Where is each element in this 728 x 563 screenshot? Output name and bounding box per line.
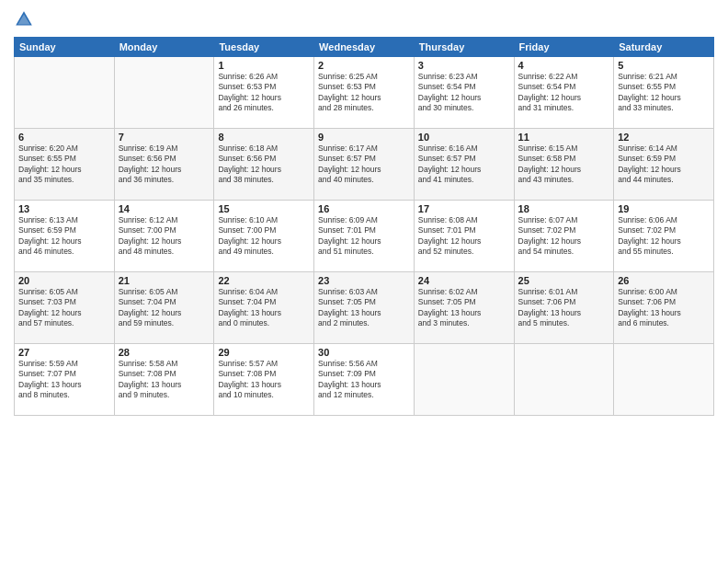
logo xyxy=(14,9,38,29)
day-info: Sunrise: 6:01 AM Sunset: 7:06 PM Dayligh… xyxy=(518,287,610,329)
day-number: 7 xyxy=(119,132,210,143)
day-info: Sunrise: 6:20 AM Sunset: 6:55 PM Dayligh… xyxy=(18,144,110,186)
calendar-cell: 12Sunrise: 6:14 AM Sunset: 6:59 PM Dayli… xyxy=(614,129,714,201)
calendar-week-row: 20Sunrise: 6:05 AM Sunset: 7:03 PM Dayli… xyxy=(15,272,714,344)
calendar-cell: 2Sunrise: 6:25 AM Sunset: 6:53 PM Daylig… xyxy=(314,57,415,129)
calendar-cell: 6Sunrise: 6:20 AM Sunset: 6:55 PM Daylig… xyxy=(15,129,115,201)
calendar-cell xyxy=(414,344,514,416)
day-number: 2 xyxy=(318,60,410,71)
day-info: Sunrise: 6:15 AM Sunset: 6:58 PM Dayligh… xyxy=(518,144,610,186)
weekday-header-friday: Friday xyxy=(514,38,614,57)
day-number: 17 xyxy=(418,203,510,214)
calendar-week-row: 27Sunrise: 5:59 AM Sunset: 7:07 PM Dayli… xyxy=(15,344,714,416)
day-info: Sunrise: 5:58 AM Sunset: 7:08 PM Dayligh… xyxy=(119,359,210,401)
day-number: 28 xyxy=(119,347,210,358)
calendar-cell: 4Sunrise: 6:22 AM Sunset: 6:54 PM Daylig… xyxy=(514,57,614,129)
day-number: 5 xyxy=(618,60,710,71)
calendar-cell: 22Sunrise: 6:04 AM Sunset: 7:04 PM Dayli… xyxy=(214,272,314,344)
day-number: 25 xyxy=(518,275,610,286)
day-number: 27 xyxy=(18,347,110,358)
day-info: Sunrise: 5:57 AM Sunset: 7:08 PM Dayligh… xyxy=(218,359,310,401)
calendar-cell: 8Sunrise: 6:18 AM Sunset: 6:56 PM Daylig… xyxy=(214,129,314,201)
day-info: Sunrise: 6:05 AM Sunset: 7:04 PM Dayligh… xyxy=(119,287,210,329)
calendar-cell: 30Sunrise: 5:56 AM Sunset: 7:09 PM Dayli… xyxy=(314,344,415,416)
calendar-cell xyxy=(114,57,214,129)
weekday-header-wednesday: Wednesday xyxy=(314,38,415,57)
calendar-cell: 25Sunrise: 6:01 AM Sunset: 7:06 PM Dayli… xyxy=(514,272,614,344)
weekday-header-saturday: Saturday xyxy=(614,38,714,57)
page: SundayMondayTuesdayWednesdayThursdayFrid… xyxy=(0,0,728,563)
day-info: Sunrise: 6:13 AM Sunset: 6:59 PM Dayligh… xyxy=(18,215,110,258)
day-number: 9 xyxy=(318,132,410,143)
day-info: Sunrise: 6:00 AM Sunset: 7:06 PM Dayligh… xyxy=(618,287,710,329)
calendar-cell: 21Sunrise: 6:05 AM Sunset: 7:04 PM Dayli… xyxy=(114,272,214,344)
day-info: Sunrise: 6:25 AM Sunset: 6:53 PM Dayligh… xyxy=(318,72,410,114)
header xyxy=(14,9,714,29)
day-number: 11 xyxy=(518,132,610,143)
day-number: 29 xyxy=(218,347,310,358)
calendar-week-row: 13Sunrise: 6:13 AM Sunset: 6:59 PM Dayli… xyxy=(15,201,714,272)
calendar: SundayMondayTuesdayWednesdayThursdayFrid… xyxy=(14,37,714,416)
calendar-cell: 28Sunrise: 5:58 AM Sunset: 7:08 PM Dayli… xyxy=(114,344,214,416)
calendar-cell: 5Sunrise: 6:21 AM Sunset: 6:55 PM Daylig… xyxy=(614,57,714,129)
day-number: 22 xyxy=(218,275,310,286)
day-info: Sunrise: 6:07 AM Sunset: 7:02 PM Dayligh… xyxy=(518,215,610,258)
calendar-cell: 7Sunrise: 6:19 AM Sunset: 6:56 PM Daylig… xyxy=(114,129,214,201)
calendar-cell: 24Sunrise: 6:02 AM Sunset: 7:05 PM Dayli… xyxy=(414,272,514,344)
day-number: 24 xyxy=(418,275,510,286)
day-number: 13 xyxy=(18,203,110,214)
calendar-cell: 14Sunrise: 6:12 AM Sunset: 7:00 PM Dayli… xyxy=(114,201,214,272)
day-info: Sunrise: 6:04 AM Sunset: 7:04 PM Dayligh… xyxy=(218,287,310,329)
day-number: 30 xyxy=(318,347,410,358)
day-number: 26 xyxy=(618,275,710,286)
calendar-cell xyxy=(15,57,115,129)
day-number: 14 xyxy=(119,203,210,214)
weekday-header-sunday: Sunday xyxy=(15,38,115,57)
day-info: Sunrise: 6:21 AM Sunset: 6:55 PM Dayligh… xyxy=(618,72,710,114)
calendar-cell xyxy=(614,344,714,416)
day-number: 8 xyxy=(218,132,310,143)
weekday-header-tuesday: Tuesday xyxy=(214,38,314,57)
day-number: 3 xyxy=(418,60,510,71)
calendar-week-row: 1Sunrise: 6:26 AM Sunset: 6:53 PM Daylig… xyxy=(15,57,714,129)
day-info: Sunrise: 6:18 AM Sunset: 6:56 PM Dayligh… xyxy=(218,144,310,186)
calendar-cell: 13Sunrise: 6:13 AM Sunset: 6:59 PM Dayli… xyxy=(15,201,115,272)
calendar-cell: 11Sunrise: 6:15 AM Sunset: 6:58 PM Dayli… xyxy=(514,129,614,201)
day-info: Sunrise: 6:03 AM Sunset: 7:05 PM Dayligh… xyxy=(318,287,410,329)
day-number: 18 xyxy=(518,203,610,214)
day-number: 12 xyxy=(618,132,710,143)
calendar-cell xyxy=(514,344,614,416)
day-info: Sunrise: 6:23 AM Sunset: 6:54 PM Dayligh… xyxy=(418,72,510,114)
calendar-cell: 16Sunrise: 6:09 AM Sunset: 7:01 PM Dayli… xyxy=(314,201,415,272)
weekday-header-monday: Monday xyxy=(114,38,214,57)
day-info: Sunrise: 6:22 AM Sunset: 6:54 PM Dayligh… xyxy=(518,72,610,114)
day-info: Sunrise: 6:10 AM Sunset: 7:00 PM Dayligh… xyxy=(218,215,310,258)
day-number: 10 xyxy=(418,132,510,143)
day-info: Sunrise: 6:16 AM Sunset: 6:57 PM Dayligh… xyxy=(418,144,510,186)
calendar-cell: 15Sunrise: 6:10 AM Sunset: 7:00 PM Dayli… xyxy=(214,201,314,272)
day-info: Sunrise: 6:08 AM Sunset: 7:01 PM Dayligh… xyxy=(418,215,510,258)
calendar-week-row: 6Sunrise: 6:20 AM Sunset: 6:55 PM Daylig… xyxy=(15,129,714,201)
calendar-cell: 10Sunrise: 6:16 AM Sunset: 6:57 PM Dayli… xyxy=(414,129,514,201)
day-number: 19 xyxy=(618,203,710,214)
calendar-cell: 3Sunrise: 6:23 AM Sunset: 6:54 PM Daylig… xyxy=(414,57,514,129)
logo-icon xyxy=(14,9,34,29)
day-number: 4 xyxy=(518,60,610,71)
day-info: Sunrise: 6:02 AM Sunset: 7:05 PM Dayligh… xyxy=(418,287,510,329)
day-number: 16 xyxy=(318,203,410,214)
day-info: Sunrise: 6:26 AM Sunset: 6:53 PM Dayligh… xyxy=(218,72,310,114)
day-number: 15 xyxy=(218,203,310,214)
calendar-cell: 26Sunrise: 6:00 AM Sunset: 7:06 PM Dayli… xyxy=(614,272,714,344)
calendar-cell: 1Sunrise: 6:26 AM Sunset: 6:53 PM Daylig… xyxy=(214,57,314,129)
calendar-cell: 27Sunrise: 5:59 AM Sunset: 7:07 PM Dayli… xyxy=(15,344,115,416)
day-info: Sunrise: 6:06 AM Sunset: 7:02 PM Dayligh… xyxy=(618,215,710,258)
day-info: Sunrise: 6:09 AM Sunset: 7:01 PM Dayligh… xyxy=(318,215,410,258)
day-info: Sunrise: 6:12 AM Sunset: 7:00 PM Dayligh… xyxy=(119,215,210,258)
weekday-header-row: SundayMondayTuesdayWednesdayThursdayFrid… xyxy=(15,38,714,57)
day-number: 6 xyxy=(18,132,110,143)
day-info: Sunrise: 6:05 AM Sunset: 7:03 PM Dayligh… xyxy=(18,287,110,329)
day-info: Sunrise: 6:19 AM Sunset: 6:56 PM Dayligh… xyxy=(119,144,210,186)
day-info: Sunrise: 5:59 AM Sunset: 7:07 PM Dayligh… xyxy=(18,359,110,401)
day-number: 23 xyxy=(318,275,410,286)
calendar-cell: 18Sunrise: 6:07 AM Sunset: 7:02 PM Dayli… xyxy=(514,201,614,272)
